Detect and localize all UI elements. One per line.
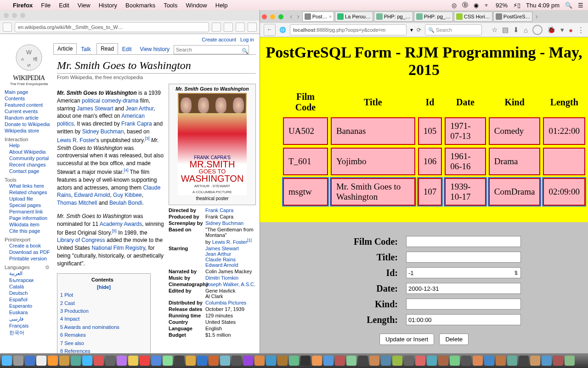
reload-button[interactable]: ⟳ [417,27,421,33]
lang-link[interactable]: Español [9,296,53,303]
menu-icon[interactable]: ☰ [578,2,583,9]
url-bar[interactable]: localhost:8888/pg.php?oops=y&code=m [290,24,407,35]
link[interactable]: Thomas Mitchell [57,200,97,206]
menu-file[interactable]: File [41,2,51,9]
link[interactable]: Frank Capra [121,121,152,127]
toolbar-button[interactable] [224,23,233,32]
dock-item[interactable] [358,356,368,366]
link[interactable]: political [82,98,100,104]
nav-store[interactable]: Wikipedia store [5,127,53,134]
tab-prev[interactable]: ‹ [288,12,294,21]
menu-history[interactable]: History [99,2,117,9]
search-input[interactable]: 🔍 Search [425,24,482,35]
dock-item[interactable] [59,356,69,366]
traffic-min[interactable] [12,13,17,18]
link[interactable]: Dimitri Tiomkin [205,275,238,281]
dock-item[interactable] [553,356,563,366]
dock-item[interactable] [174,356,184,366]
tab-article[interactable]: Article [53,43,77,54]
nav-recent[interactable]: Recent changes [9,161,53,168]
toolbar-icon[interactable]: ⋮ [577,26,584,34]
nav-pdf[interactable]: Download as PDF [9,249,53,255]
url-bar[interactable]: en.wikipedia.org/wiki/Mr._Smith_Goes_to_… [15,22,209,32]
link[interactable]: Columbia Pictures [205,300,246,305]
length-input[interactable] [406,314,521,325]
dock-item[interactable] [186,356,196,366]
dock-item[interactable] [312,356,322,366]
nav-wikidata[interactable]: Wikidata item [9,221,53,228]
table-row[interactable]: msgtwMr. Smith Goes to Washington1071939… [283,178,585,206]
dock-item[interactable] [94,356,104,366]
title-input[interactable] [406,252,521,263]
nav-community[interactable]: Community portal [9,155,53,161]
nav-help[interactable]: Help [9,142,53,149]
menu-help[interactable]: Help [215,2,228,9]
link[interactable]: Jean Arthur [205,251,231,257]
toolbar-icon[interactable] [532,25,543,35]
login-link[interactable]: Log in [240,37,254,42]
dock-item[interactable] [36,356,46,366]
dropdown-icon[interactable]: ▾ [560,26,564,34]
link[interactable]: Beulah Bondi [109,200,142,206]
link[interactable]: Sidney Buchman [82,128,124,135]
toc-item[interactable]: 3 Production [60,307,147,315]
battery-icon[interactable]: ⚡︎▯ [513,2,520,9]
dock-item[interactable] [82,356,92,366]
dock-item[interactable] [381,356,391,366]
toc-item[interactable]: 2 Cast [60,299,147,307]
toc-item[interactable]: 7 See also [60,339,147,347]
dock-item[interactable] [415,356,425,366]
reference[interactable]: [3] [145,136,150,141]
downloads-icon[interactable]: ⬇ [513,26,519,34]
dock-item[interactable] [232,356,242,366]
nav-donate[interactable]: Donate to Wikipedia [5,121,53,127]
nav-random[interactable]: Random article [5,115,53,121]
status-icon[interactable]: ◎ [452,2,457,9]
nav-special[interactable]: Special pages [9,202,53,208]
link[interactable]: Sidney Buchman [205,220,243,226]
tab-read[interactable]: Read [96,43,118,54]
toc-hide[interactable]: [hide] [60,283,147,291]
toc-item[interactable]: 8 References [60,347,147,353]
dock-item[interactable] [542,356,552,366]
nav-pageinfo[interactable]: Page information [9,215,53,221]
dock-item[interactable] [266,356,276,366]
traffic-min[interactable] [270,14,275,19]
nav-whatlinks[interactable]: What links here [9,183,53,189]
close-icon[interactable]: × [329,14,332,19]
link[interactable]: Joseph Walker, A.S.C. [205,282,255,287]
toolbar-icon[interactable]: 🐞 [547,26,556,34]
dock-item[interactable] [530,356,540,366]
lang-link[interactable]: فارسی [9,316,53,322]
browser-tab[interactable]: La Perou… [335,12,373,22]
dock-item[interactable] [461,356,471,366]
create-account-link[interactable]: Create account [202,37,236,42]
dock-item[interactable] [450,356,460,366]
dock-item[interactable] [243,356,253,366]
table-row[interactable]: UA502Bananas1051971-07-13Comedy01:22:00 [283,117,585,145]
poster-image[interactable]: FRANK CAPRA'S MR.SMITH GOES TO WASHINGTO… [178,93,247,195]
lang-link[interactable]: Български [9,277,53,283]
lang-link[interactable]: Euskara [9,309,53,316]
update-insert-button[interactable]: Update or Insert [379,334,434,345]
bookmark-icon[interactable]: ☆ [492,26,498,34]
dock-item[interactable] [128,356,138,366]
traffic-close[interactable] [262,14,267,19]
dock-item[interactable] [163,356,173,366]
lang-link[interactable]: Deutsch [9,290,53,296]
dock-item[interactable] [277,356,288,366]
lang-link[interactable]: Français [9,322,53,329]
link[interactable]: James Stewart [77,105,113,112]
delete-button[interactable]: Delete [439,334,469,345]
dock-item[interactable] [369,356,379,366]
toc-item[interactable]: 4 Impact [60,315,147,323]
dock-item[interactable] [346,356,356,366]
wifi-icon[interactable]: ᯤ [484,2,490,9]
tab-overflow[interactable]: › [533,12,539,21]
nav-about[interactable]: About Wikipedia [9,149,53,155]
dock-item[interactable] [220,356,230,366]
spotlight-icon[interactable]: 🔍 [565,2,572,9]
link[interactable]: Guy Kibbee [113,192,142,198]
nav-printable[interactable]: Printable version [9,255,53,262]
dock-item[interactable] [254,356,265,366]
